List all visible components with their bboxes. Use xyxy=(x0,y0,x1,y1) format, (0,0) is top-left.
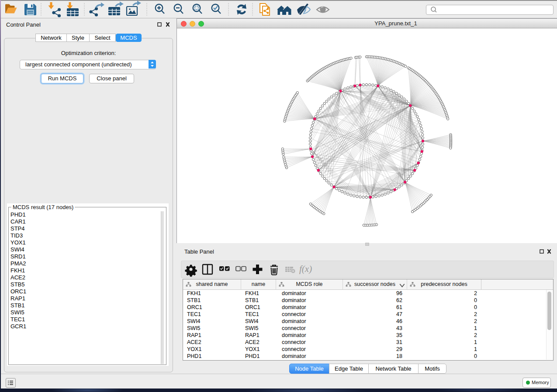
svg-text:f(x): f(x) xyxy=(299,264,312,274)
